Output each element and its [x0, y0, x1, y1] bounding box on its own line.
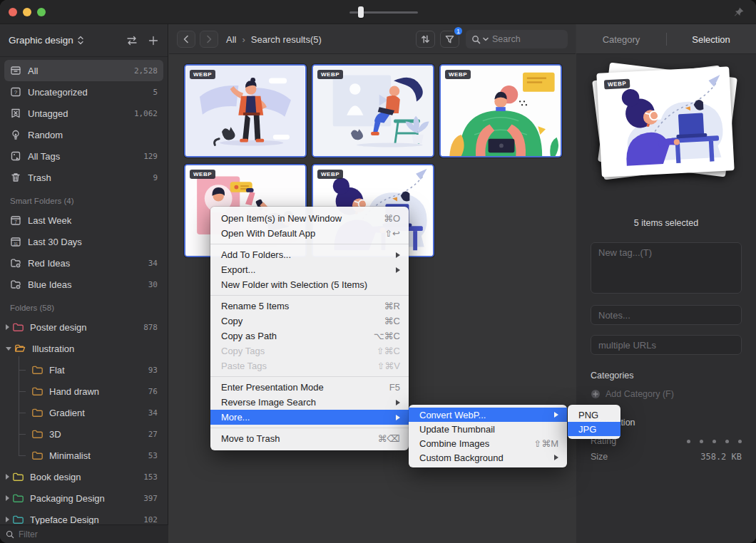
maximize-window-button[interactable] [37, 8, 46, 16]
inspector-panel: Category Selection WEBP 5 items selected… [576, 24, 756, 543]
chevron-down-icon[interactable] [483, 37, 489, 41]
sidebar-folder-typeface-design[interactable]: Typeface Design 102 [0, 509, 168, 524]
tab-category[interactable]: Category [576, 24, 666, 54]
disclosure-triangle-icon[interactable] [6, 517, 9, 522]
minimize-window-button[interactable] [23, 8, 31, 16]
menu-item-move-to-trash[interactable]: Move to Trash⌘⌫ [210, 431, 409, 446]
selection-preview-stack[interactable]: WEBP [591, 63, 742, 191]
tree-line [19, 391, 26, 392]
breadcrumb-current[interactable]: Search results(5) [251, 34, 322, 45]
add-folder-icon[interactable] [148, 35, 159, 46]
menu-item-copy-as-path[interactable]: Copy as Path⌥⌘C [210, 329, 409, 343]
smart-folders-section-label: Smart Folders (4) [0, 188, 168, 210]
menu-item-rename[interactable]: Rename 5 Items⌘R [210, 299, 409, 314]
menu-item-combine-images[interactable]: Combine Images⇧⌘M [409, 436, 567, 450]
sidebar-item-blue-ideas[interactable]: Blue Ideas 30 [0, 274, 168, 295]
menu-item-more[interactable]: More... [210, 410, 409, 425]
sidebar-item-random[interactable]: Random [0, 124, 168, 145]
menu-item-add-to-folders[interactable]: Add To Folders... [210, 247, 409, 262]
menu-separator [210, 244, 409, 244]
sidebar-folder-minimalist[interactable]: Minimalist 53 [0, 445, 168, 466]
back-button[interactable] [177, 31, 195, 48]
sidebar-item-untagged[interactable]: Untagged 1,062 [0, 103, 168, 124]
disclosure-triangle-icon[interactable] [6, 347, 11, 351]
menu-separator [210, 376, 409, 377]
format-badge: WEBP [604, 79, 630, 90]
submenu-arrow-icon [396, 400, 400, 405]
new-tag-input[interactable] [591, 242, 742, 294]
menu-separator [210, 428, 409, 428]
menu-item-png[interactable]: PNG [568, 408, 620, 422]
menu-item-copy[interactable]: Copy⌘C [210, 314, 409, 329]
folder-filter-input[interactable] [19, 529, 147, 539]
selection-count-text: 5 items selected [576, 218, 756, 228]
sidebar-item-all-tags[interactable]: All Tags 129 [0, 145, 168, 167]
urls-input[interactable] [591, 335, 742, 355]
close-window-button[interactable] [9, 8, 17, 16]
preview-card: WEBP [596, 66, 734, 177]
menu-item-jpg[interactable]: JPG [568, 422, 620, 436]
thumbnail-size-slider-handle[interactable] [358, 6, 364, 18]
menu-item-update-thumbnail[interactable]: Update Thumbnail [409, 422, 567, 436]
sidebar-folder-hand-drawn[interactable]: Hand drawn 76 [0, 381, 168, 402]
size-row: Size 358.2 KB [591, 452, 742, 462]
folder-icon [31, 428, 43, 440]
svg-text:7: 7 [14, 219, 17, 224]
tab-selection[interactable]: Selection [666, 24, 756, 54]
sidebar-folder-book-design[interactable]: Book design 153 [0, 466, 168, 487]
main-toolbar: All › Search results(5) 1 [169, 24, 576, 54]
sort-folders-icon[interactable] [126, 35, 138, 46]
folder-icon [12, 492, 24, 504]
sidebar-item-all[interactable]: All 2,528 [4, 60, 163, 81]
sidebar-item-last-week[interactable]: 7 Last Week [0, 210, 168, 231]
random-icon [10, 129, 21, 140]
menu-item-export[interactable]: Export... [210, 262, 409, 277]
menu-item-custom-background[interactable]: Custom Background [409, 450, 567, 465]
thumbnail-2[interactable]: WEBP [312, 64, 434, 157]
sidebar-folder-illustration[interactable]: Illustration [0, 338, 168, 359]
library-switcher[interactable]: Graphic design [0, 24, 168, 57]
folder-icon [31, 407, 43, 418]
search-input[interactable] [492, 34, 553, 44]
app-window: Graphic design All 2,528 ? Uncategorized… [0, 0, 756, 543]
sidebar-item-red-ideas[interactable]: Red Ideas 34 [0, 252, 168, 274]
library-title: Graphic design [9, 35, 73, 46]
sort-button[interactable] [416, 31, 435, 48]
menu-item-reverse-image-search[interactable]: Reverse Image Search [210, 395, 409, 410]
search-box[interactable] [466, 30, 568, 48]
sidebar-item-uncategorized[interactable]: ? Uncategorized 5 [0, 81, 168, 103]
illustration-woman-on-stool [313, 66, 433, 156]
svg-text:?: ? [14, 89, 18, 95]
rating-dots[interactable] [687, 440, 742, 443]
breadcrumb-separator: › [242, 34, 245, 45]
forward-button[interactable] [200, 31, 218, 48]
thumbnail-3[interactable]: WEBP [439, 64, 562, 157]
smart-folder-icon [10, 257, 21, 269]
add-category-button[interactable]: Add Category (F) [591, 389, 674, 399]
context-menu: Open Item(s) in New Window⌘O Open With D… [210, 207, 409, 450]
menu-item-copy-tags: Copy Tags⇧⌘C [210, 343, 409, 358]
breadcrumb-root[interactable]: All [226, 34, 236, 45]
disclosure-triangle-icon[interactable] [6, 474, 9, 480]
submenu-arrow-icon [396, 252, 400, 258]
menu-item-enter-presentation-mode[interactable]: Enter Presentation ModeF5 [210, 380, 409, 395]
sidebar-folder-3d[interactable]: 3D 27 [0, 423, 168, 445]
pin-window-icon[interactable] [733, 6, 745, 18]
menu-item-open-with-default-app[interactable]: Open With Default App⇧↩ [210, 226, 409, 241]
menu-item-open-in-new-window[interactable]: Open Item(s) in New Window⌘O [210, 211, 409, 226]
sidebar-item-last-30-days[interactable]: 31 Last 30 Days [0, 231, 168, 252]
thumbnail-1[interactable]: WEBP [184, 64, 307, 157]
submenu-arrow-icon [396, 415, 400, 420]
disclosure-triangle-icon[interactable] [6, 324, 9, 330]
disclosure-triangle-icon[interactable] [6, 495, 9, 501]
folder-icon [31, 364, 43, 376]
sidebar-folder-flat[interactable]: Flat 93 [0, 359, 168, 381]
sidebar-folder-poster-design[interactable]: Poster design 878 [0, 316, 168, 338]
notes-input[interactable] [591, 305, 742, 325]
sidebar-item-trash[interactable]: Trash 9 [0, 167, 168, 188]
menu-item-new-folder-with-selection[interactable]: New Folder with Selection (5 Items) [210, 277, 409, 292]
sidebar-folder-gradient[interactable]: Gradient 34 [0, 402, 168, 423]
menu-item-convert-webp[interactable]: Convert WebP... [409, 408, 567, 422]
folder-icon [31, 386, 43, 397]
sidebar-folder-packaging-design[interactable]: Packaging Design 397 [0, 487, 168, 509]
